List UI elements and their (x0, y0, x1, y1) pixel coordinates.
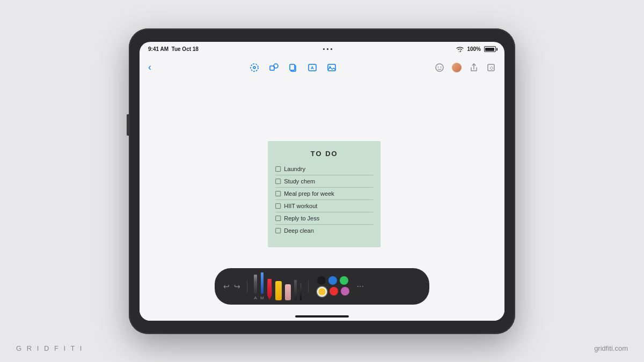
text-icon[interactable]: A (308, 63, 317, 72)
color-yellow-selected[interactable] (317, 287, 327, 297)
svg-point-12 (441, 67, 442, 68)
svg-point-1 (253, 67, 255, 69)
watermark-left: G R I D F I T I (16, 344, 83, 352)
lasso-icon[interactable] (250, 63, 259, 72)
todo-card: TO DO Laundry Study chem Meal prep for w… (268, 141, 380, 247)
image-icon[interactable] (327, 63, 336, 72)
divider2 (308, 280, 309, 293)
colors-bottom-row (317, 287, 349, 297)
watermark-right: gridfiti.com (594, 344, 628, 352)
svg-point-0 (251, 64, 258, 71)
checkbox[interactable] (275, 216, 281, 221)
battery-icon (484, 46, 496, 52)
svg-text:A: A (311, 65, 314, 70)
dark-pen-tool[interactable] (294, 280, 297, 300)
toolbar-center: A (250, 63, 336, 72)
battery-percent: 100% (467, 46, 481, 52)
red-marker-tool[interactable] (267, 279, 272, 300)
undo-redo-group: ↩ ↪ (223, 282, 240, 291)
share-icon[interactable] (469, 63, 479, 72)
status-right: 100% (456, 46, 496, 52)
checkbox[interactable] (275, 203, 281, 209)
status-time: 9:41 AM Tue Oct 18 (148, 46, 199, 52)
side-button (127, 114, 129, 136)
color-red[interactable] (330, 287, 338, 295)
status-bar: 9:41 AM Tue Oct 18 100% (140, 42, 504, 57)
tools-group: A M (254, 272, 302, 300)
avatar[interactable] (452, 63, 462, 72)
svg-rect-8 (328, 64, 335, 71)
list-item: HIIT workout (275, 200, 373, 212)
copy-icon[interactable] (288, 63, 298, 72)
color-blue[interactable] (328, 276, 337, 285)
divider (247, 280, 247, 293)
colors-top-row (317, 276, 349, 285)
more-button[interactable]: ··· (357, 282, 364, 291)
todo-list: Laundry Study chem Meal prep for week HI… (275, 163, 373, 237)
color-green[interactable] (340, 276, 348, 285)
eraser-tool[interactable] (285, 284, 291, 300)
list-item: Reply to Jess (275, 212, 373, 225)
color-black[interactable] (317, 276, 326, 285)
ipad-screen: 9:41 AM Tue Oct 18 100% (140, 42, 504, 321)
pencil-tool[interactable]: A (254, 275, 257, 300)
color-purple[interactable] (341, 287, 349, 295)
home-indicator (295, 315, 349, 317)
thin-pen-tool[interactable] (300, 283, 302, 300)
checkbox[interactable] (275, 191, 281, 196)
ipad-device: 9:41 AM Tue Oct 18 100% (129, 28, 515, 334)
redo-button[interactable]: ↪ (234, 282, 240, 291)
toolbar-right (435, 63, 496, 72)
blue-pen-tool[interactable]: M (260, 272, 264, 300)
svg-rect-13 (488, 64, 494, 71)
svg-point-11 (438, 67, 439, 68)
dot2 (327, 48, 328, 50)
list-item: Study chem (275, 175, 373, 188)
edit-icon[interactable] (486, 63, 496, 72)
item-label: HIIT workout (284, 203, 317, 209)
yellow-highlighter-tool[interactable] (275, 281, 282, 300)
list-item: Laundry (275, 163, 373, 175)
list-item: Deep clean (275, 225, 373, 237)
battery-fill (485, 48, 494, 51)
item-label: Study chem (284, 178, 315, 184)
dot1 (323, 48, 325, 50)
toolbar: ‹ (140, 57, 504, 78)
checkbox[interactable] (275, 166, 281, 172)
shapes-icon[interactable] (269, 63, 279, 72)
svg-point-10 (436, 64, 443, 71)
svg-rect-5 (290, 64, 295, 70)
list-item: Meal prep for week (275, 188, 373, 200)
status-center (323, 48, 332, 50)
checkbox[interactable] (275, 228, 281, 233)
dot3 (331, 48, 332, 50)
toolbar-left: ‹ (148, 62, 151, 73)
colors-group (317, 276, 349, 297)
item-label: Laundry (284, 166, 305, 172)
todo-title: TO DO (275, 150, 373, 158)
item-label: Reply to Jess (284, 215, 319, 221)
item-label: Meal prep for week (284, 190, 334, 197)
undo-button[interactable]: ↩ (223, 282, 230, 291)
item-label: Deep clean (284, 227, 314, 234)
drawing-toolbar: ↩ ↪ A M (215, 268, 429, 305)
back-button[interactable]: ‹ (148, 62, 151, 73)
wifi-icon (456, 47, 464, 52)
canvas-area[interactable]: TO DO Laundry Study chem Meal prep for w… (140, 78, 504, 321)
checkbox[interactable] (275, 179, 281, 184)
emoji-icon[interactable] (435, 63, 444, 72)
